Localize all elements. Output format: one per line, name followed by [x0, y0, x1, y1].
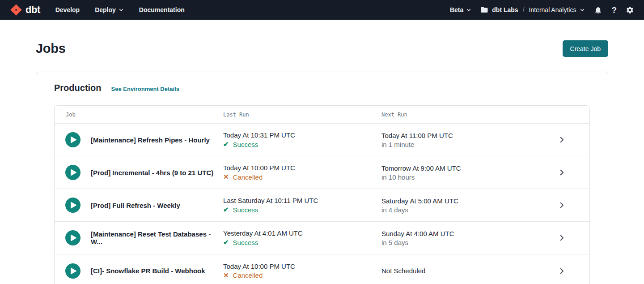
notifications-button[interactable] [594, 6, 602, 14]
run-job-play-button[interactable] [65, 230, 80, 245]
status-icon: ✕ [223, 271, 229, 280]
status-icon: ✔ [223, 140, 229, 148]
status-label: Success [233, 206, 258, 214]
next-run-cell: Saturday At 5:00 AM UTC in 4 days [381, 197, 540, 214]
column-header-last-run: Last Run [223, 112, 381, 118]
breadcrumb-separator: / [523, 6, 525, 13]
beta-label: Beta [450, 6, 463, 13]
status-line: ✔ Success [223, 140, 381, 148]
last-run-time: Yesterday At 4:01 AM UTC [223, 229, 381, 237]
job-cell: [Maintenance] Reset Test Databases - W..… [55, 230, 223, 245]
play-icon [65, 230, 80, 245]
help-button[interactable]: ? [611, 6, 617, 14]
chevron-down-icon [580, 7, 585, 13]
chevron-right-icon [558, 136, 566, 144]
table-row[interactable]: [Maintenance] Refresh Pipes - Hourly Tod… [55, 124, 589, 156]
jobs-table: Job Last Run Next Run [Maintenance] Refr… [54, 105, 590, 284]
folder-icon [480, 6, 488, 14]
nav-item-label: Develop [55, 6, 80, 13]
settings-button[interactable] [626, 6, 634, 14]
run-job-play-button[interactable] [65, 198, 80, 213]
last-run-time: Last Saturday At 10:11 PM UTC [223, 197, 381, 204]
last-run-cell: Yesterday At 4:01 AM UTC ✔ Success [223, 229, 381, 246]
nav-links: Develop Deploy Documentation [55, 6, 185, 13]
last-run-cell: Today At 10:00 PM UTC ✕ Cancelled [223, 262, 381, 280]
last-run-cell: Last Saturday At 10:11 PM UTC ✔ Success [223, 197, 381, 214]
beta-dropdown[interactable]: Beta [450, 6, 471, 13]
job-name: [Maintenance] Refresh Pipes - Hourly [91, 136, 210, 144]
chevron-down-icon [119, 7, 124, 13]
table-row[interactable]: [Prod] Full Refresh - Weekly Last Saturd… [55, 189, 589, 222]
create-job-button[interactable]: Create Job [563, 40, 608, 57]
last-run-time: Today At 10:00 PM UTC [223, 164, 381, 172]
nav-item-develop[interactable]: Develop [55, 6, 80, 13]
bell-icon [594, 6, 602, 14]
environment-card: Production See Environment Details Job L… [36, 72, 608, 284]
status-line: ✔ Success [223, 206, 381, 214]
last-run-cell: Today At 10:31 PM UTC ✔ Success [223, 131, 381, 148]
next-run-relative: in 4 days [381, 206, 540, 214]
play-icon [65, 165, 80, 180]
run-job-play-button[interactable] [65, 263, 80, 279]
dbt-logo[interactable]: dbt [10, 4, 40, 16]
next-run-time: Tomorrow At 9:00 AM UTC [381, 164, 540, 172]
chevron-right-icon [558, 234, 566, 242]
nav-item-deploy[interactable]: Deploy [95, 6, 124, 13]
status-label: Success [233, 141, 258, 148]
status-icon: ✕ [223, 173, 229, 181]
last-run-cell: Today At 10:00 PM UTC ✕ Cancelled [223, 164, 381, 181]
next-run-time: Today At 11:00 PM UTC [381, 132, 540, 139]
status-label: Success [233, 239, 258, 246]
dbt-logo-icon [10, 4, 22, 16]
nav-item-label: Deploy [95, 6, 116, 13]
nav-item-label: Documentation [139, 6, 185, 13]
next-run-cell: Sunday At 4:00 AM UTC in 5 days [381, 230, 540, 246]
next-run-relative: in 5 days [381, 239, 540, 246]
run-job-play-button[interactable] [65, 132, 80, 147]
see-environment-details-link[interactable]: See Environment Details [111, 86, 179, 92]
chevron-right-icon [558, 168, 566, 176]
next-run-relative: in 10 hours [381, 173, 540, 181]
run-job-play-button[interactable] [65, 165, 80, 180]
table-header-row: Job Last Run Next Run [55, 106, 589, 124]
job-name: [Prod] Full Refresh - Weekly [91, 202, 180, 209]
chevron-right-icon [558, 201, 566, 209]
play-icon [65, 132, 80, 147]
next-run-cell: Not Scheduled [381, 267, 540, 275]
navbar-right: Beta dbt Labs / Internal Analytics ? [450, 6, 634, 14]
nav-item-documentation[interactable]: Documentation [139, 6, 185, 13]
job-cell: [Prod] Full Refresh - Weekly [55, 198, 223, 213]
job-name: [Maintenance] Reset Test Databases - W..… [91, 230, 223, 245]
job-cell: [CI]- Snowflake PR Build - Webhook [55, 263, 223, 279]
next-run-cell: Tomorrow At 9:00 AM UTC in 10 hours [381, 164, 540, 181]
job-cell: [Maintenance] Refresh Pipes - Hourly [55, 132, 223, 147]
page-header: Jobs Create Job [36, 40, 608, 57]
table-row[interactable]: [CI]- Snowflake PR Build - Webhook Today… [55, 254, 589, 284]
account-name: dbt Labs [492, 6, 518, 13]
environment-header: Production See Environment Details [54, 83, 590, 93]
status-label: Cancelled [233, 173, 263, 181]
job-cell: [Prod] Incremental - 4hrs (9 to 21 UTC) [55, 165, 223, 180]
status-icon: ✔ [223, 206, 229, 214]
column-header-job: Job [55, 112, 223, 118]
gear-icon [626, 6, 634, 14]
next-run-time: Not Scheduled [381, 267, 540, 275]
question-mark-icon: ? [611, 6, 617, 14]
status-label: Cancelled [233, 271, 263, 279]
next-run-relative: in 1 minute [381, 141, 540, 148]
page-title: Jobs [36, 41, 66, 56]
next-run-cell: Today At 11:00 PM UTC in 1 minute [381, 132, 540, 148]
next-run-time: Saturday At 5:00 AM UTC [381, 197, 540, 205]
table-body: [Maintenance] Refresh Pipes - Hourly Tod… [55, 124, 589, 284]
last-run-time: Today At 10:00 PM UTC [223, 262, 381, 270]
table-row[interactable]: [Prod] Incremental - 4hrs (9 to 21 UTC) … [55, 156, 589, 189]
next-run-time: Sunday At 4:00 AM UTC [381, 230, 540, 237]
project-switcher[interactable]: dbt Labs / Internal Analytics [480, 6, 585, 14]
status-line: ✔ Success [223, 238, 381, 246]
project-name: Internal Analytics [529, 6, 576, 13]
environment-name: Production [54, 83, 102, 93]
table-row[interactable]: [Maintenance] Reset Test Databases - W..… [55, 222, 589, 254]
logo-text: dbt [25, 5, 40, 15]
chevron-right-icon [558, 267, 566, 275]
status-line: ✕ Cancelled [223, 173, 381, 181]
